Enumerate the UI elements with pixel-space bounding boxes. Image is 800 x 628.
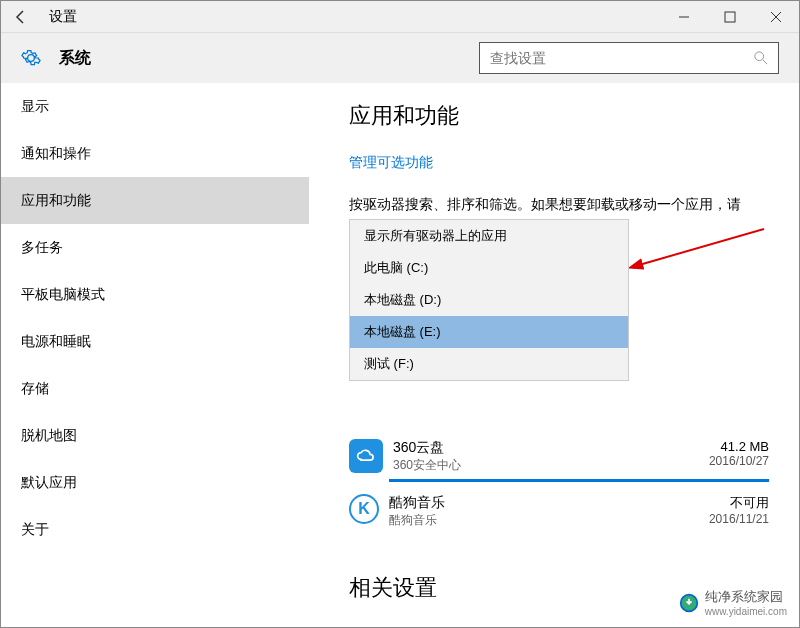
sidebar-item-storage[interactable]: 存储 — [1, 365, 309, 412]
titlebar: 设置 — [1, 1, 799, 33]
maximize-icon — [724, 11, 736, 23]
search-input[interactable] — [490, 50, 754, 66]
back-button[interactable] — [1, 1, 41, 33]
app-publisher: 酷狗音乐 — [389, 512, 709, 529]
drive-dropdown[interactable]: 显示所有驱动器上的应用 此电脑 (C:) 本地磁盘 (D:) 本地磁盘 (E:)… — [349, 219, 629, 381]
page-title: 应用和功能 — [349, 101, 769, 131]
watermark: 纯净系统家园 www.yidaimei.com — [679, 588, 787, 617]
gear-icon — [21, 48, 41, 68]
minimize-icon — [678, 11, 690, 23]
app-name: 酷狗音乐 — [389, 494, 709, 512]
app-date: 2016/11/21 — [709, 512, 769, 526]
dropdown-item-c[interactable]: 此电脑 (C:) — [350, 252, 628, 284]
sidebar-item-multitasking[interactable]: 多任务 — [1, 224, 309, 271]
header-label: 系统 — [59, 48, 91, 69]
dropdown-item-all[interactable]: 显示所有驱动器上的应用 — [350, 220, 628, 252]
sidebar: 显示 通知和操作 应用和功能 多任务 平板电脑模式 电源和睡眠 存储 脱机地图 … — [1, 83, 309, 627]
app-publisher: 360安全中心 — [393, 457, 709, 474]
cloud-icon — [349, 439, 383, 473]
apps-list: 360云盘 360安全中心 41.2 MB 2016/10/27 K 酷狗音乐 … — [349, 433, 769, 543]
main-panel: 应用和功能 管理可选功能 按驱动器搜索、排序和筛选。如果想要卸载或移动一个应用，… — [309, 83, 799, 627]
svg-line-3 — [763, 60, 767, 64]
arrow-left-icon — [13, 9, 29, 25]
header: 系统 — [1, 33, 799, 83]
manage-optional-link[interactable]: 管理可选功能 — [349, 154, 433, 172]
description: 按驱动器搜索、排序和筛选。如果想要卸载或移动一个应用，请 — [349, 194, 769, 215]
window-controls — [661, 1, 799, 33]
app-size: 41.2 MB — [709, 439, 769, 454]
dropdown-item-f[interactable]: 测试 (F:) — [350, 348, 628, 380]
dropdown-item-e[interactable]: 本地磁盘 (E:) — [350, 316, 628, 348]
sidebar-item-display[interactable]: 显示 — [1, 83, 309, 130]
sidebar-item-about[interactable]: 关于 — [1, 506, 309, 553]
svg-rect-1 — [725, 12, 735, 22]
svg-line-4 — [639, 229, 764, 265]
sidebar-item-apps[interactable]: 应用和功能 — [1, 177, 309, 224]
watermark-brand: 纯净系统家园 — [705, 589, 783, 604]
close-icon — [770, 11, 782, 23]
sidebar-item-power[interactable]: 电源和睡眠 — [1, 318, 309, 365]
close-button[interactable] — [753, 1, 799, 33]
minimize-button[interactable] — [661, 1, 707, 33]
sidebar-item-tablet[interactable]: 平板电脑模式 — [1, 271, 309, 318]
app-size: 不可用 — [709, 494, 769, 512]
window-title: 设置 — [41, 8, 661, 26]
watermark-icon — [679, 593, 699, 613]
app-row[interactable]: K 酷狗音乐 酷狗音乐 不可用 2016/11/21 — [349, 488, 769, 543]
annotation-arrow — [629, 225, 769, 275]
search-box[interactable] — [479, 42, 779, 74]
sidebar-item-maps[interactable]: 脱机地图 — [1, 412, 309, 459]
app-date: 2016/10/27 — [709, 454, 769, 468]
svg-point-2 — [755, 52, 764, 61]
watermark-url: www.yidaimei.com — [705, 606, 787, 617]
kugou-icon: K — [349, 494, 379, 524]
search-icon — [754, 51, 768, 65]
app-row[interactable]: 360云盘 360安全中心 41.2 MB 2016/10/27 — [349, 433, 769, 488]
dropdown-item-d[interactable]: 本地磁盘 (D:) — [350, 284, 628, 316]
sidebar-item-notifications[interactable]: 通知和操作 — [1, 130, 309, 177]
content: 显示 通知和操作 应用和功能 多任务 平板电脑模式 电源和睡眠 存储 脱机地图 … — [1, 83, 799, 627]
app-name: 360云盘 — [393, 439, 709, 457]
maximize-button[interactable] — [707, 1, 753, 33]
sidebar-item-defaultapps[interactable]: 默认应用 — [1, 459, 309, 506]
